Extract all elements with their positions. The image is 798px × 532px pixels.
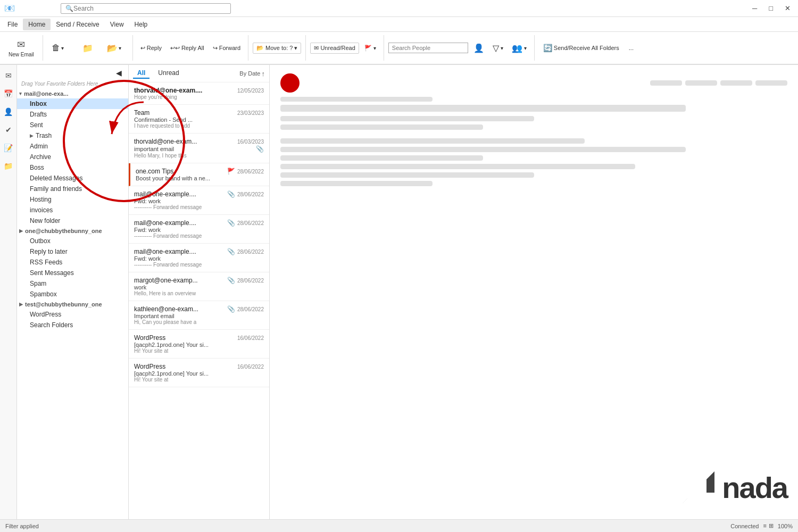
account-2[interactable]: ▶ one@chubbythebunny_one bbox=[17, 226, 128, 236]
sidebar-item-sent[interactable]: Sent bbox=[17, 120, 128, 130]
body-header-blurred bbox=[280, 124, 483, 130]
forward-button[interactable]: ↪ Forward bbox=[210, 43, 244, 53]
panel-notes-icon[interactable]: 📝 bbox=[1, 140, 16, 155]
move-icon: 📂 bbox=[107, 43, 118, 53]
move-to-dropdown[interactable]: 📂 Move to: ? ▾ bbox=[253, 43, 301, 54]
minimize-button[interactable]: ─ bbox=[749, 3, 760, 13]
sidebar-item-boss[interactable]: Boss bbox=[17, 162, 128, 173]
delete-button[interactable]: 🗑 ▾ bbox=[47, 41, 73, 55]
panel-mail-icon[interactable]: ✉ bbox=[1, 68, 16, 83]
email-list-scroll[interactable]: thorvald@one-exam.... 12/05/2023 Hope yo… bbox=[129, 82, 269, 519]
main-layout: ✉ 📅 👤 ✔ 📝 📁 ◀ Drag Your Favorite Folders… bbox=[0, 65, 798, 519]
sidebar-item-reply-to-later[interactable]: Reply to later bbox=[17, 246, 128, 257]
filter-tab-unread[interactable]: Unread bbox=[154, 68, 183, 79]
close-button[interactable]: ✕ bbox=[782, 3, 794, 13]
email-item-5[interactable]: mail@one-example.... 📎 28/06/2022 Fwd: w… bbox=[129, 215, 269, 244]
sidebar-item-trash[interactable]: ▶ Trash bbox=[17, 130, 128, 141]
email-item-0[interactable]: thorvald@one-exam.... 12/05/2023 Hope yo… bbox=[129, 82, 269, 105]
email-item-4[interactable]: mail@one-example.... 📎 28/06/2022 Fwd: w… bbox=[129, 186, 269, 215]
more-options-button[interactable]: ... bbox=[626, 43, 637, 53]
zoom-level: 100% bbox=[778, 523, 793, 529]
archive-icon: 📁 bbox=[82, 43, 93, 53]
email-date-7: 28/06/2022 bbox=[237, 278, 264, 284]
menu-send-receive[interactable]: Send / Receive bbox=[51, 19, 104, 30]
email-preview-5: ---------- Forwarded message bbox=[134, 233, 202, 239]
menu-help[interactable]: Help bbox=[129, 19, 153, 30]
sidebar-item-wordpress[interactable]: WordPress bbox=[17, 309, 128, 320]
email-item-9[interactable]: WordPress 16/06/2022 [qacph2.1prod.one] … bbox=[129, 330, 269, 359]
move-dropdown[interactable]: ▾ bbox=[119, 45, 121, 51]
email-item-2[interactable]: thorvald@one-exam... 16/03/2023 importan… bbox=[129, 134, 269, 163]
sidebar-item-new-folder[interactable]: New folder bbox=[17, 215, 128, 226]
people-button[interactable]: 👥 ▾ bbox=[509, 41, 530, 55]
menu-home[interactable]: Home bbox=[23, 19, 51, 30]
sidebar-item-inbox[interactable]: Inbox bbox=[17, 98, 128, 109]
sort-arrow-icon[interactable]: ↑ bbox=[262, 70, 265, 78]
account-3[interactable]: ▶ test@chubbythebunny_one bbox=[17, 300, 128, 309]
sidebar-item-outbox[interactable]: Outbox bbox=[17, 236, 128, 246]
email-item-10[interactable]: WordPress 16/06/2022 [qacph2.1prod.one] … bbox=[129, 359, 269, 387]
body-line-4 bbox=[280, 164, 635, 169]
menu-view[interactable]: View bbox=[105, 19, 129, 30]
panel-calendar-icon[interactable]: 📅 bbox=[1, 86, 16, 101]
email-item-1[interactable]: Team 23/03/2023 Confirmation - Send ... … bbox=[129, 105, 269, 134]
grid-view-icon[interactable]: ⊞ bbox=[769, 522, 774, 529]
search-people-input[interactable] bbox=[392, 45, 456, 51]
sidebar-item-spambox[interactable]: Spambox bbox=[17, 289, 128, 300]
unread-read-button[interactable]: ✉ Unread/Read bbox=[310, 43, 359, 54]
reply-all-icon: ↩↩ bbox=[170, 45, 180, 52]
filter-dropdown[interactable]: ▾ bbox=[501, 45, 503, 51]
email-sender-5: mail@one-example.... bbox=[134, 219, 196, 227]
sidebar-item-sent-messages[interactable]: Sent Messages bbox=[17, 268, 128, 278]
sidebar-item-drafts[interactable]: Drafts bbox=[17, 109, 128, 120]
action-blurred-2 bbox=[685, 80, 717, 86]
sidebar-item-admin[interactable]: Admin bbox=[17, 141, 128, 152]
email-sender-3: one.com Tips bbox=[136, 168, 173, 175]
panel-people-icon[interactable]: 👤 bbox=[1, 104, 16, 119]
deleted-messages-label: Deleted Messages bbox=[30, 174, 82, 182]
list-view-icon[interactable]: ≡ bbox=[763, 522, 766, 529]
flag-dropdown[interactable]: ▾ bbox=[373, 45, 376, 51]
move-button[interactable]: 📂 ▾ bbox=[103, 41, 128, 55]
sidebar-item-hosting[interactable]: Hosting bbox=[17, 194, 128, 205]
attachment-icon-8: 📎 bbox=[227, 305, 235, 313]
email-item-3[interactable]: one.com Tips 🚩 28/06/2022 Boost your bra… bbox=[129, 163, 269, 186]
reply-button[interactable]: ↩ Reply bbox=[137, 43, 165, 53]
account-1[interactable]: ▾ mail@one-exa... bbox=[17, 89, 128, 98]
delete-dropdown[interactable]: ▾ bbox=[61, 45, 64, 51]
reading-pane-actions bbox=[650, 77, 787, 89]
sidebar-item-rss-feeds[interactable]: RSS Feeds bbox=[17, 257, 128, 268]
search-input[interactable] bbox=[73, 5, 222, 12]
filter-button[interactable]: ▽ ▾ bbox=[489, 41, 506, 55]
email-item-7[interactable]: margot@one-examp... 📎 28/06/2022 work He… bbox=[129, 272, 269, 301]
search-bar[interactable]: 🔍 bbox=[61, 3, 231, 14]
sidebar-item-deleted-messages[interactable]: Deleted Messages bbox=[17, 173, 128, 184]
filter-tab-all[interactable]: All bbox=[133, 68, 149, 79]
panel-folders-icon[interactable]: 📁 bbox=[1, 159, 16, 173]
panel-tasks-icon[interactable]: ✔ bbox=[1, 122, 16, 137]
reply-all-button[interactable]: ↩↩ Reply All bbox=[167, 43, 207, 53]
address-book-button[interactable]: 👤 bbox=[470, 41, 487, 55]
sidebar-item-invoices[interactable]: invoices bbox=[17, 205, 128, 215]
reading-pane-to bbox=[280, 116, 787, 121]
send-receive-all-button[interactable]: 🔄 Send/Receive All Folders bbox=[539, 42, 624, 54]
account-2-name: one@chubbythebunny_one bbox=[25, 228, 102, 234]
email-subject-10: [qacph2.1prod.one] Your si... bbox=[134, 370, 209, 377]
email-date-8: 28/06/2022 bbox=[237, 306, 264, 312]
search-people-field[interactable] bbox=[388, 43, 468, 53]
email-subject-4: Fwd: work bbox=[134, 198, 161, 204]
maximize-button[interactable]: □ bbox=[766, 3, 776, 13]
email-item-6[interactable]: mail@one-example.... 📎 28/06/2022 Fwd: w… bbox=[129, 244, 269, 272]
sidebar-item-archive[interactable]: Archive bbox=[17, 152, 128, 162]
menu-file[interactable]: File bbox=[2, 19, 23, 30]
people-dropdown[interactable]: ▾ bbox=[524, 45, 527, 51]
archive-button[interactable]: 📁 bbox=[75, 41, 101, 55]
collapse-sidebar-button[interactable]: ◀ bbox=[17, 67, 128, 79]
flag-button[interactable]: 🚩 ▾ bbox=[361, 43, 379, 53]
email-item-8[interactable]: kathleen@one-exam... 📎 28/06/2022 Import… bbox=[129, 301, 269, 330]
sort-button[interactable]: By Date ↑ bbox=[239, 70, 265, 78]
sidebar-item-search-folders[interactable]: Search Folders bbox=[17, 320, 128, 330]
sidebar-item-family-friends[interactable]: Family and friends bbox=[17, 184, 128, 194]
new-email-button[interactable]: ✉ New Email bbox=[4, 37, 38, 60]
sidebar-item-spam[interactable]: Spam bbox=[17, 278, 128, 289]
